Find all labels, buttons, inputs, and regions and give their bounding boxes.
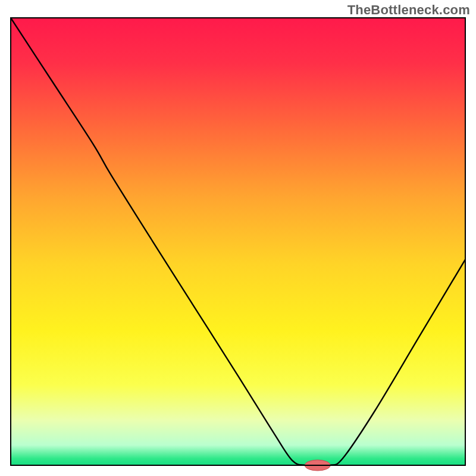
watermark-text: TheBottleneck.com	[347, 2, 470, 18]
plot-area	[11, 18, 465, 471]
bottleneck-chart	[0, 0, 476, 476]
chart-container: TheBottleneck.com	[0, 0, 476, 476]
gradient-background	[11, 18, 465, 465]
